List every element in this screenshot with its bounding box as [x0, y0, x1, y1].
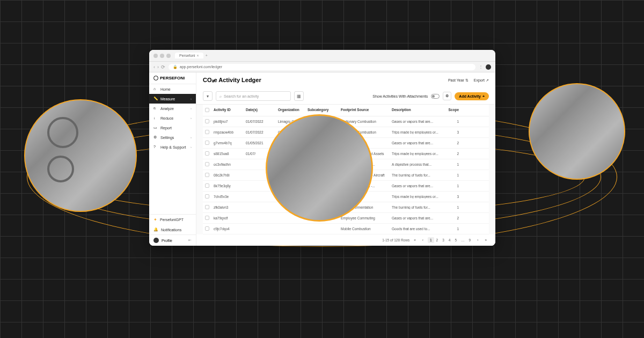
page-number[interactable]: 1 [428, 237, 434, 243]
row-checkbox[interactable] [205, 119, 209, 123]
forward-icon[interactable]: › [157, 64, 159, 70]
browser-tab[interactable]: Persefoni × [175, 53, 203, 58]
row-checkbox[interactable] [205, 216, 209, 220]
page-number[interactable]: 9 [467, 237, 473, 243]
logo-icon [153, 76, 158, 80]
sidebar-item-notifications[interactable]: 🔔 Notifications [149, 225, 196, 234]
sidebar-item-measure[interactable]: 📏 Measure › [149, 94, 196, 104]
col-dates[interactable]: Date(s) [246, 108, 278, 113]
table-row[interactable]: c9jc7dqo4 Mobile Combustion Goods that a… [203, 224, 489, 234]
row-checkbox[interactable] [205, 151, 209, 156]
decorative-image-refinery [266, 114, 373, 222]
decorative-image-shipping [529, 83, 625, 180]
sidebar-item-home[interactable]: ⌂ Home [149, 84, 196, 94]
address-input[interactable]: 🔒 app.persefoni.com/ledger [169, 64, 475, 70]
avatar [153, 238, 159, 243]
row-checkbox[interactable] [205, 205, 209, 209]
lock-icon: 🔒 [173, 65, 178, 69]
row-checkbox[interactable] [205, 141, 209, 145]
select-all-checkbox[interactable] [205, 108, 209, 112]
home-icon: ⌂ [153, 87, 158, 91]
chevron-right-icon: › [191, 97, 192, 100]
col-organization[interactable]: Organization [278, 108, 308, 113]
new-tab-icon[interactable]: + [206, 54, 208, 57]
attachments-label: Show Activities With Attachments [372, 94, 428, 98]
row-checkbox[interactable] [205, 173, 209, 177]
plus-icon: + [482, 94, 485, 98]
page-first[interactable]: « [412, 237, 418, 243]
close-icon[interactable]: × [197, 54, 199, 57]
sidebar-item-report[interactable]: ▭ Report [149, 123, 196, 133]
page-number[interactable]: 4 [447, 237, 453, 243]
row-checkbox[interactable] [205, 194, 209, 199]
chevron-right-icon: › [191, 145, 192, 149]
table-header: Activity ID Date(s) Organization Subcate… [203, 105, 489, 116]
sidebar: PERSEFONI ⌂ Home 📏 Measure › ⎋ Analyze ›… [149, 72, 196, 246]
sidebar-item-ai[interactable]: ✦ PersefoniGPT [149, 215, 196, 225]
search-input[interactable]: ⌕ Search for an activity [216, 91, 291, 101]
tab-title: Persefoni [179, 54, 195, 57]
row-checkbox[interactable] [205, 130, 209, 134]
brand-logo[interactable]: PERSEFONI [149, 72, 196, 84]
decorative-image-hvac [24, 99, 137, 212]
col-description[interactable]: Description [392, 108, 443, 113]
attachments-toggle[interactable] [431, 94, 440, 99]
page-number[interactable]: 5 [452, 237, 459, 243]
gear-icon: ⚙ [153, 135, 158, 139]
filter-button[interactable]: ▾ [203, 91, 213, 101]
page-last[interactable]: » [482, 237, 489, 243]
traffic-lights[interactable] [153, 54, 171, 58]
page-number[interactable]: … [459, 237, 467, 243]
ruler-icon: 📏 [153, 97, 158, 101]
page-title: CO₂e Activity Ledger [203, 77, 261, 84]
collapse-icon[interactable]: ⇤ [188, 238, 192, 243]
table-row[interactable]: ka79qxdf ctivity Employee Commuting Gase… [203, 213, 489, 224]
row-checkbox[interactable] [205, 162, 209, 166]
back-icon[interactable]: ‹ [153, 64, 155, 70]
avatar[interactable] [486, 64, 491, 70]
export-button[interactable]: Export ↗ [474, 78, 489, 83]
row-checkbox[interactable] [205, 183, 209, 188]
col-footprint-source[interactable]: Footprint Source [341, 108, 392, 113]
reload-icon[interactable]: ⟳ [161, 64, 165, 70]
reduce-icon: ↓ [153, 116, 158, 120]
chevron-right-icon: › [191, 116, 192, 120]
page-number[interactable]: 3 [440, 237, 447, 243]
col-scope[interactable]: Scope [443, 108, 459, 113]
pagination: 1-15 of 128 Rows « ‹ 12345…9 › » [196, 234, 495, 246]
col-activity-id[interactable]: Activity ID [214, 108, 246, 113]
col-subcategory[interactable]: Subcategory [308, 108, 341, 113]
row-checkbox[interactable] [205, 226, 209, 231]
grid-view-button[interactable]: ▦ [294, 91, 304, 101]
chevron-right-icon: › [191, 107, 192, 110]
sidebar-item-reduce[interactable]: ↓ Reduce › [149, 113, 196, 123]
sidebar-item-help[interactable]: ? Help & Support › [149, 142, 196, 152]
titlebar: Persefoni × + [149, 50, 495, 62]
pagination-summary: 1-15 of 128 Rows [382, 238, 409, 242]
sidebar-item-analyze[interactable]: ⎋ Analyze › [149, 104, 196, 113]
url-text: app.persefoni.com/ledger [180, 65, 222, 69]
add-activity-button[interactable]: Add Activity + [455, 92, 489, 100]
sidebar-item-settings[interactable]: ⚙ Settings › [149, 133, 196, 142]
chart-icon: ⎋ [153, 106, 158, 111]
chevron-right-icon: › [191, 136, 192, 139]
url-bar: ‹ › ⟳ 🔒 app.persefoni.com/ledger ⋮ [149, 62, 495, 72]
extension-icon[interactable]: ⋮ [479, 64, 483, 69]
bell-icon: 🔔 [153, 227, 158, 232]
sidebar-item-profile[interactable]: Profile ⇤ [149, 234, 196, 246]
time-filter[interactable]: Past Year ⇅ [448, 78, 469, 83]
sparkle-icon: ✦ [153, 217, 157, 222]
document-icon: ▭ [153, 126, 158, 130]
settings-button[interactable]: ⚙ [443, 92, 451, 100]
page-prev[interactable]: ‹ [420, 237, 426, 243]
help-icon: ? [153, 145, 158, 149]
search-icon: ⌕ [219, 94, 222, 98]
page-number[interactable]: 2 [434, 237, 441, 243]
page-next[interactable]: › [475, 237, 480, 243]
